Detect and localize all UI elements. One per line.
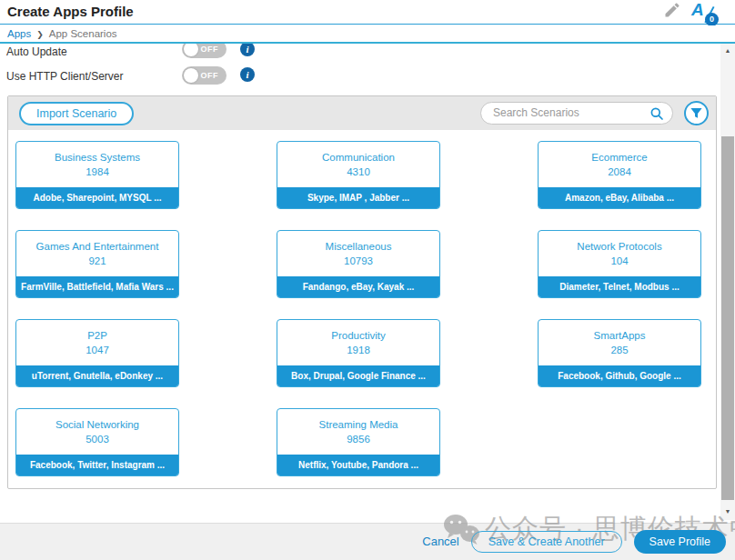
scenario-count: 285 <box>610 344 628 356</box>
scenario-count: 10793 <box>344 255 373 267</box>
scenario-examples: Facebook, Github, Google ... <box>539 365 700 386</box>
scenario-card-body: SmartApps 285 <box>539 320 700 365</box>
scenario-card-body: Productivity 1918 <box>277 320 439 365</box>
toggle-knob <box>184 68 198 83</box>
scrollbar-thumb[interactable] <box>721 136 734 500</box>
auto-update-label: Auto Update <box>6 45 67 58</box>
toggle-state-label: OFF <box>201 45 219 54</box>
breadcrumb: Apps ❯ App Scenarios <box>0 25 735 44</box>
count-badge: 0 <box>705 13 719 26</box>
scenario-card[interactable]: Streaming Media 9856 Netflix, Youtube, P… <box>277 408 440 476</box>
scenario-card-body: Network Protocols 104 <box>539 231 700 276</box>
scenario-card-body: Games And Entertainment 921 <box>16 231 178 276</box>
scenario-card[interactable]: Business Systems 1984 Adobe, Sharepoint,… <box>15 141 179 209</box>
breadcrumb-current: App Scenarios <box>49 28 117 39</box>
scenario-card-body: P2P 1047 <box>16 320 178 365</box>
scenario-count: 921 <box>88 255 106 267</box>
scenarios-panel: Import Scenario <box>7 95 717 489</box>
toggle-state-label: OFF <box>201 71 219 80</box>
scenario-name: Social Networking <box>55 418 139 431</box>
scenario-count: 9856 <box>347 433 370 445</box>
search-box <box>480 102 673 125</box>
scenario-name: Streaming Media <box>319 418 398 431</box>
scenario-card-body: Social Networking 5003 <box>16 409 178 455</box>
cancel-button[interactable]: Cancel <box>422 535 458 548</box>
http-client-server-label: Use HTTP Client/Server <box>6 70 123 83</box>
scenario-name: Productivity <box>331 329 385 342</box>
scenario-card[interactable]: SmartApps 285 Facebook, Github, Google .… <box>538 319 701 387</box>
funnel-icon <box>690 106 703 120</box>
toggle-knob <box>184 42 198 56</box>
scenario-examples: Diameter, Telnet, Modbus ... <box>539 276 700 297</box>
scenario-name: Games And Entertainment <box>36 240 159 253</box>
scenario-name: SmartApps <box>594 329 646 342</box>
scenario-card-body: Miscellaneous 10793 <box>277 231 439 276</box>
scenario-card[interactable]: Network Protocols 104 Diameter, Telnet, … <box>538 230 701 298</box>
scenario-name: Network Protocols <box>577 240 661 253</box>
scenario-count: 1918 <box>347 344 370 356</box>
scenario-card-body: Business Systems 1984 <box>16 142 178 187</box>
pencil-icon <box>663 1 681 19</box>
search-scenarios-input[interactable] <box>481 103 643 123</box>
info-icon[interactable]: i <box>240 42 255 56</box>
page-title: Create Apps Profile <box>7 4 134 19</box>
scenario-count: 5003 <box>86 433 109 445</box>
import-scenario-button[interactable]: Import Scenario <box>19 102 134 125</box>
scenario-grid: Business Systems 1984 Adobe, Sharepoint,… <box>8 130 716 476</box>
scroll-up-arrow-icon[interactable]: ▲ <box>720 45 735 56</box>
scenario-card[interactable]: Communication 4310 Skype, IMAP , Jabber … <box>277 141 440 209</box>
scenario-card[interactable]: Social Networking 5003 Facebook, Twitter… <box>15 408 179 476</box>
scenario-name: P2P <box>87 329 107 342</box>
scenario-card[interactable]: P2P 1047 uTorrent, Gnutella, eDonkey ... <box>15 319 179 387</box>
scenario-examples: Adobe, Sharepoint, MYSQL ... <box>16 187 178 208</box>
scenario-count: 2084 <box>608 165 631 178</box>
scenario-examples: FarmVille, Battlefield, Mafia Wars ... <box>16 276 178 297</box>
scenario-examples: Fandango, eBay, Kayak ... <box>277 276 439 297</box>
chevron-right-icon: ❯ <box>36 29 44 39</box>
header-bar: Create Apps Profile A 0 <box>0 0 735 25</box>
scroll-down-arrow-icon[interactable]: ▼ <box>720 506 735 517</box>
apps-profile-tool-icon[interactable]: A 0 <box>691 1 717 25</box>
scenario-card[interactable]: Games And Entertainment 921 FarmVille, B… <box>15 230 179 298</box>
filter-button[interactable] <box>684 101 709 125</box>
breadcrumb-apps-link[interactable]: Apps <box>7 28 31 39</box>
scenario-name: Communication <box>322 151 395 164</box>
scenario-name: Business Systems <box>55 151 140 164</box>
scenario-examples: Facebook, Twitter, Instagram ... <box>16 455 178 475</box>
scenarios-toolbar: Import Scenario <box>8 96 716 130</box>
scenario-count: 104 <box>610 255 628 267</box>
scenario-count: 4310 <box>347 165 370 178</box>
scenario-card[interactable]: Productivity 1918 Box, Drupal, Google Fi… <box>277 319 440 387</box>
search-icon[interactable] <box>649 106 664 125</box>
save-and-create-another-button[interactable]: Save & Create Another <box>471 531 622 553</box>
scenario-name: Miscellaneous <box>326 240 392 253</box>
scenario-examples: uTorrent, Gnutella, eDonkey ... <box>16 365 178 386</box>
scenario-card-body: Ecommerce 2084 <box>539 142 700 187</box>
scenario-card[interactable]: Ecommerce 2084 Amazon, eBay, Alibaba ... <box>538 141 701 209</box>
scenario-count: 1984 <box>86 165 109 178</box>
scenario-examples: Box, Drupal, Google Finance ... <box>277 365 439 386</box>
scenario-card[interactable]: Miscellaneous 10793 Fandango, eBay, Kaya… <box>277 230 440 298</box>
scenario-card-body: Communication 4310 <box>277 142 439 187</box>
vertical-scrollbar[interactable]: ▲ ▼ <box>720 44 735 520</box>
scenario-examples: Skype, IMAP , Jabber ... <box>277 187 439 208</box>
scenario-name: Ecommerce <box>591 151 647 164</box>
http-client-server-toggle[interactable]: OFF <box>182 66 227 85</box>
save-profile-button[interactable]: Save Profile <box>634 530 726 554</box>
scenario-card-body: Streaming Media 9856 <box>277 409 439 455</box>
info-icon[interactable]: i <box>240 67 255 82</box>
scenario-examples: Netflix, Youtube, Pandora ... <box>277 455 439 475</box>
edit-pencil-icon[interactable] <box>662 1 682 21</box>
scenario-examples: Amazon, eBay, Alibaba ... <box>539 187 700 208</box>
footer-actions: Cancel Save & Create Another Save Profil… <box>0 523 735 560</box>
create-apps-profile-page: Auto Update OFF i Use HTTP Client/Server… <box>0 0 735 560</box>
scenario-count: 1047 <box>86 344 109 356</box>
